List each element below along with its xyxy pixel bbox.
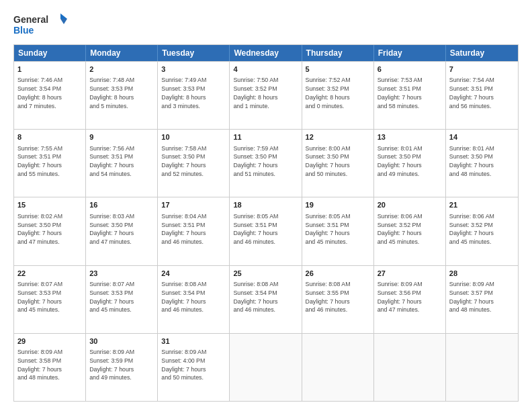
logo: General Blue (13, 12, 67, 38)
cal-cell: 30Sunrise: 8:09 AM Sunset: 3:59 PM Dayli… (86, 334, 158, 401)
day-number: 21 (449, 200, 515, 210)
day-info: Sunrise: 7:50 AM Sunset: 3:52 PM Dayligh… (233, 76, 298, 110)
week-row-1: 1Sunrise: 7:46 AM Sunset: 3:54 PM Daylig… (14, 61, 518, 129)
day-info: Sunrise: 7:53 AM Sunset: 3:51 PM Dayligh… (378, 76, 442, 110)
day-number: 12 (306, 132, 370, 142)
cal-cell: 2Sunrise: 7:48 AM Sunset: 3:53 PM Daylig… (86, 62, 158, 129)
day-info: Sunrise: 8:04 AM Sunset: 3:51 PM Dayligh… (161, 212, 226, 246)
day-number: 19 (306, 200, 370, 210)
cal-cell: 8Sunrise: 7:55 AM Sunset: 3:51 PM Daylig… (14, 130, 86, 197)
day-number: 7 (449, 64, 515, 75)
day-number: 24 (161, 269, 226, 279)
day-info: Sunrise: 8:05 AM Sunset: 3:51 PM Dayligh… (233, 212, 298, 246)
day-number: 15 (17, 200, 82, 210)
day-info: Sunrise: 7:56 AM Sunset: 3:51 PM Dayligh… (89, 144, 154, 179)
cal-cell: 1Sunrise: 7:46 AM Sunset: 3:54 PM Daylig… (14, 62, 86, 129)
day-info: Sunrise: 8:03 AM Sunset: 3:50 PM Dayligh… (89, 212, 154, 246)
cal-cell: 17Sunrise: 8:04 AM Sunset: 3:51 PM Dayli… (158, 197, 230, 265)
cal-cell: 16Sunrise: 8:03 AM Sunset: 3:50 PM Dayli… (86, 197, 158, 265)
cal-cell: 12Sunrise: 8:00 AM Sunset: 3:50 PM Dayli… (302, 130, 374, 197)
day-number: 8 (17, 132, 82, 142)
day-info: Sunrise: 8:00 AM Sunset: 3:50 PM Dayligh… (306, 144, 370, 179)
day-number: 27 (378, 269, 442, 279)
cal-cell: 29Sunrise: 8:09 AM Sunset: 3:58 PM Dayli… (14, 334, 86, 401)
day-number: 5 (306, 64, 370, 75)
day-info: Sunrise: 8:08 AM Sunset: 3:54 PM Dayligh… (161, 280, 226, 314)
cal-cell: 9Sunrise: 7:56 AM Sunset: 3:51 PM Daylig… (86, 130, 158, 197)
cal-cell (230, 334, 302, 401)
cal-cell: 20Sunrise: 8:06 AM Sunset: 3:52 PM Dayli… (374, 197, 446, 265)
day-info: Sunrise: 8:09 AM Sunset: 4:00 PM Dayligh… (161, 348, 226, 382)
page: General Blue SundayMondayTuesdayWednesda… (0, 0, 532, 411)
day-info: Sunrise: 7:55 AM Sunset: 3:51 PM Dayligh… (17, 144, 82, 179)
day-number: 14 (449, 132, 515, 142)
logo-svg: General Blue (13, 12, 67, 38)
day-number: 3 (161, 64, 226, 75)
day-number: 9 (89, 132, 154, 142)
day-number: 31 (161, 336, 226, 347)
day-info: Sunrise: 7:46 AM Sunset: 3:54 PM Dayligh… (17, 76, 82, 110)
cal-cell: 21Sunrise: 8:06 AM Sunset: 3:52 PM Dayli… (446, 197, 518, 265)
cal-cell: 31Sunrise: 8:09 AM Sunset: 4:00 PM Dayli… (158, 334, 230, 401)
day-number: 10 (161, 132, 226, 142)
header-cell-tuesday: Tuesday (158, 45, 230, 61)
cal-cell (374, 334, 446, 401)
day-number: 16 (89, 200, 154, 210)
cal-cell: 28Sunrise: 8:09 AM Sunset: 3:57 PM Dayli… (446, 266, 518, 333)
calendar: SundayMondayTuesdayWednesdayThursdayFrid… (13, 44, 519, 402)
header-cell-friday: Friday (374, 45, 446, 61)
day-number: 30 (89, 336, 154, 347)
header-cell-saturday: Saturday (446, 45, 518, 61)
day-number: 26 (306, 269, 370, 279)
day-info: Sunrise: 7:54 AM Sunset: 3:51 PM Dayligh… (449, 76, 515, 110)
calendar-header: SundayMondayTuesdayWednesdayThursdayFrid… (14, 45, 518, 61)
day-number: 23 (89, 269, 154, 279)
day-number: 28 (449, 269, 515, 279)
cal-cell: 24Sunrise: 8:08 AM Sunset: 3:54 PM Dayli… (158, 266, 230, 333)
day-info: Sunrise: 7:52 AM Sunset: 3:52 PM Dayligh… (306, 76, 370, 110)
day-info: Sunrise: 8:09 AM Sunset: 3:56 PM Dayligh… (378, 280, 442, 314)
svg-text:General: General (13, 14, 48, 25)
cal-cell: 18Sunrise: 8:05 AM Sunset: 3:51 PM Dayli… (230, 197, 302, 265)
header-cell-wednesday: Wednesday (230, 45, 302, 61)
day-info: Sunrise: 8:09 AM Sunset: 3:58 PM Dayligh… (17, 348, 82, 382)
day-info: Sunrise: 8:09 AM Sunset: 3:57 PM Dayligh… (449, 280, 515, 314)
cal-cell: 10Sunrise: 7:58 AM Sunset: 3:50 PM Dayli… (158, 130, 230, 197)
calendar-body: 1Sunrise: 7:46 AM Sunset: 3:54 PM Daylig… (14, 61, 518, 401)
day-number: 18 (233, 200, 298, 210)
cal-cell: 19Sunrise: 8:05 AM Sunset: 3:51 PM Dayli… (302, 197, 374, 265)
cal-cell: 7Sunrise: 7:54 AM Sunset: 3:51 PM Daylig… (446, 62, 518, 129)
day-number: 6 (378, 64, 442, 75)
week-row-3: 15Sunrise: 8:02 AM Sunset: 3:50 PM Dayli… (14, 197, 518, 265)
week-row-5: 29Sunrise: 8:09 AM Sunset: 3:58 PM Dayli… (14, 333, 518, 401)
cal-cell: 15Sunrise: 8:02 AM Sunset: 3:50 PM Dayli… (14, 197, 86, 265)
day-info: Sunrise: 7:48 AM Sunset: 3:53 PM Dayligh… (89, 76, 154, 110)
day-info: Sunrise: 7:49 AM Sunset: 3:53 PM Dayligh… (161, 76, 226, 110)
cal-cell: 14Sunrise: 8:01 AM Sunset: 3:50 PM Dayli… (446, 130, 518, 197)
cal-cell: 6Sunrise: 7:53 AM Sunset: 3:51 PM Daylig… (374, 62, 446, 129)
day-number: 20 (378, 200, 442, 210)
cal-cell: 5Sunrise: 7:52 AM Sunset: 3:52 PM Daylig… (302, 62, 374, 129)
day-info: Sunrise: 7:59 AM Sunset: 3:50 PM Dayligh… (233, 144, 298, 179)
cal-cell: 4Sunrise: 7:50 AM Sunset: 3:52 PM Daylig… (230, 62, 302, 129)
cal-cell (446, 334, 518, 401)
day-number: 1 (17, 64, 82, 75)
cal-cell: 11Sunrise: 7:59 AM Sunset: 3:50 PM Dayli… (230, 130, 302, 197)
cal-cell: 3Sunrise: 7:49 AM Sunset: 3:53 PM Daylig… (158, 62, 230, 129)
header: General Blue (13, 12, 519, 38)
day-number: 13 (378, 132, 442, 142)
day-number: 29 (17, 336, 82, 347)
week-row-2: 8Sunrise: 7:55 AM Sunset: 3:51 PM Daylig… (14, 129, 518, 197)
day-info: Sunrise: 8:08 AM Sunset: 3:54 PM Dayligh… (233, 280, 298, 314)
svg-marker-2 (60, 13, 67, 19)
day-info: Sunrise: 8:01 AM Sunset: 3:50 PM Dayligh… (378, 144, 442, 179)
day-number: 22 (17, 269, 82, 279)
cal-cell: 22Sunrise: 8:07 AM Sunset: 3:53 PM Dayli… (14, 266, 86, 333)
day-info: Sunrise: 8:08 AM Sunset: 3:55 PM Dayligh… (306, 280, 370, 314)
day-info: Sunrise: 7:58 AM Sunset: 3:50 PM Dayligh… (161, 144, 226, 179)
svg-text:Blue: Blue (13, 25, 34, 36)
day-info: Sunrise: 8:07 AM Sunset: 3:53 PM Dayligh… (89, 280, 154, 314)
day-number: 25 (233, 269, 298, 279)
cal-cell: 23Sunrise: 8:07 AM Sunset: 3:53 PM Dayli… (86, 266, 158, 333)
day-info: Sunrise: 8:01 AM Sunset: 3:50 PM Dayligh… (449, 144, 515, 179)
